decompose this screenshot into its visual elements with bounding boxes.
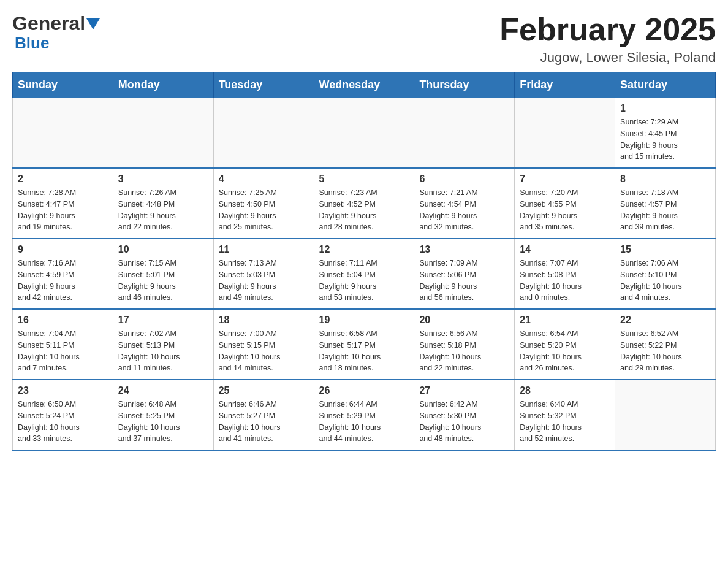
day-number: 7 xyxy=(520,174,610,185)
day-number: 18 xyxy=(219,315,309,326)
page-header: General Blue February 2025 Jugow, Lower … xyxy=(12,12,716,66)
logo-blue-text: Blue xyxy=(15,34,49,53)
col-header-saturday: Saturday xyxy=(615,72,716,98)
day-info: Sunrise: 6:42 AM Sunset: 5:30 PM Dayligh… xyxy=(419,399,509,445)
day-number: 15 xyxy=(620,244,710,255)
day-info: Sunrise: 6:46 AM Sunset: 5:27 PM Dayligh… xyxy=(219,399,309,445)
day-info: Sunrise: 7:26 AM Sunset: 4:48 PM Dayligh… xyxy=(118,187,208,233)
calendar-cell: 13Sunrise: 7:09 AM Sunset: 5:06 PM Dayli… xyxy=(414,239,515,309)
calendar-cell: 27Sunrise: 6:42 AM Sunset: 5:30 PM Dayli… xyxy=(414,380,515,450)
calendar-cell xyxy=(414,98,515,169)
day-info: Sunrise: 7:09 AM Sunset: 5:06 PM Dayligh… xyxy=(419,258,509,304)
calendar-cell: 20Sunrise: 6:56 AM Sunset: 5:18 PM Dayli… xyxy=(414,309,515,380)
day-info: Sunrise: 7:23 AM Sunset: 4:52 PM Dayligh… xyxy=(319,187,409,233)
day-number: 8 xyxy=(620,174,710,185)
calendar-cell: 19Sunrise: 6:58 AM Sunset: 5:17 PM Dayli… xyxy=(314,309,414,380)
calendar-cell: 25Sunrise: 6:46 AM Sunset: 5:27 PM Dayli… xyxy=(213,380,314,450)
day-number: 17 xyxy=(118,315,208,326)
calendar-cell: 1Sunrise: 7:29 AM Sunset: 4:45 PM Daylig… xyxy=(615,98,716,169)
day-number: 13 xyxy=(419,244,509,255)
col-header-wednesday: Wednesday xyxy=(314,72,414,98)
day-info: Sunrise: 7:21 AM Sunset: 4:54 PM Dayligh… xyxy=(419,187,509,233)
calendar-cell xyxy=(13,98,113,169)
day-number: 6 xyxy=(419,174,509,185)
calendar-cell: 6Sunrise: 7:21 AM Sunset: 4:54 PM Daylig… xyxy=(414,168,515,239)
calendar-cell xyxy=(213,98,314,169)
calendar-week-row: 1Sunrise: 7:29 AM Sunset: 4:45 PM Daylig… xyxy=(13,98,716,169)
day-number: 9 xyxy=(18,244,108,255)
calendar-header-row: SundayMondayTuesdayWednesdayThursdayFrid… xyxy=(13,72,716,98)
day-info: Sunrise: 6:48 AM Sunset: 5:25 PM Dayligh… xyxy=(118,399,208,445)
calendar-cell: 4Sunrise: 7:25 AM Sunset: 4:50 PM Daylig… xyxy=(213,168,314,239)
day-info: Sunrise: 7:11 AM Sunset: 5:04 PM Dayligh… xyxy=(319,258,409,304)
calendar-week-row: 16Sunrise: 7:04 AM Sunset: 5:11 PM Dayli… xyxy=(13,309,716,380)
col-header-sunday: Sunday xyxy=(13,72,113,98)
day-info: Sunrise: 7:15 AM Sunset: 5:01 PM Dayligh… xyxy=(118,258,208,304)
day-info: Sunrise: 6:44 AM Sunset: 5:29 PM Dayligh… xyxy=(319,399,409,445)
day-info: Sunrise: 6:40 AM Sunset: 5:32 PM Dayligh… xyxy=(520,399,610,445)
calendar-cell: 28Sunrise: 6:40 AM Sunset: 5:32 PM Dayli… xyxy=(515,380,615,450)
col-header-monday: Monday xyxy=(113,72,213,98)
day-info: Sunrise: 7:18 AM Sunset: 4:57 PM Dayligh… xyxy=(620,187,710,233)
day-info: Sunrise: 6:54 AM Sunset: 5:20 PM Dayligh… xyxy=(520,328,610,374)
day-number: 19 xyxy=(319,315,409,326)
calendar-cell: 24Sunrise: 6:48 AM Sunset: 5:25 PM Dayli… xyxy=(113,380,213,450)
calendar-table: SundayMondayTuesdayWednesdayThursdayFrid… xyxy=(12,72,716,451)
day-info: Sunrise: 7:25 AM Sunset: 4:50 PM Dayligh… xyxy=(219,187,309,233)
day-number: 4 xyxy=(219,174,309,185)
title-block: February 2025 Jugow, Lower Silesia, Pola… xyxy=(499,12,716,66)
calendar-cell: 22Sunrise: 6:52 AM Sunset: 5:22 PM Dayli… xyxy=(615,309,716,380)
day-number: 11 xyxy=(219,244,309,255)
day-info: Sunrise: 6:50 AM Sunset: 5:24 PM Dayligh… xyxy=(18,399,108,445)
col-header-friday: Friday xyxy=(515,72,615,98)
day-number: 5 xyxy=(319,174,409,185)
calendar-cell: 11Sunrise: 7:13 AM Sunset: 5:03 PM Dayli… xyxy=(213,239,314,309)
calendar-cell: 12Sunrise: 7:11 AM Sunset: 5:04 PM Dayli… xyxy=(314,239,414,309)
day-info: Sunrise: 7:28 AM Sunset: 4:47 PM Dayligh… xyxy=(18,187,108,233)
day-number: 2 xyxy=(18,174,108,185)
day-info: Sunrise: 7:00 AM Sunset: 5:15 PM Dayligh… xyxy=(219,328,309,374)
calendar-cell: 14Sunrise: 7:07 AM Sunset: 5:08 PM Dayli… xyxy=(515,239,615,309)
day-info: Sunrise: 6:52 AM Sunset: 5:22 PM Dayligh… xyxy=(620,328,710,374)
calendar-cell: 8Sunrise: 7:18 AM Sunset: 4:57 PM Daylig… xyxy=(615,168,716,239)
calendar-cell xyxy=(113,98,213,169)
calendar-week-row: 9Sunrise: 7:16 AM Sunset: 4:59 PM Daylig… xyxy=(13,239,716,309)
calendar-cell: 10Sunrise: 7:15 AM Sunset: 5:01 PM Dayli… xyxy=(113,239,213,309)
day-info: Sunrise: 7:29 AM Sunset: 4:45 PM Dayligh… xyxy=(620,117,710,163)
day-info: Sunrise: 7:13 AM Sunset: 5:03 PM Dayligh… xyxy=(219,258,309,304)
calendar-cell: 18Sunrise: 7:00 AM Sunset: 5:15 PM Dayli… xyxy=(213,309,314,380)
day-number: 14 xyxy=(520,244,610,255)
day-number: 21 xyxy=(520,315,610,326)
day-number: 27 xyxy=(419,385,509,396)
svg-marker-0 xyxy=(86,18,100,29)
logo-triangle-icon xyxy=(86,18,100,32)
logo: General Blue xyxy=(12,12,100,53)
day-info: Sunrise: 6:56 AM Sunset: 5:18 PM Dayligh… xyxy=(419,328,509,374)
calendar-week-row: 2Sunrise: 7:28 AM Sunset: 4:47 PM Daylig… xyxy=(13,168,716,239)
calendar-cell: 15Sunrise: 7:06 AM Sunset: 5:10 PM Dayli… xyxy=(615,239,716,309)
calendar-cell xyxy=(314,98,414,169)
calendar-cell: 9Sunrise: 7:16 AM Sunset: 4:59 PM Daylig… xyxy=(13,239,113,309)
calendar-cell: 17Sunrise: 7:02 AM Sunset: 5:13 PM Dayli… xyxy=(113,309,213,380)
day-number: 22 xyxy=(620,315,710,326)
calendar-cell: 16Sunrise: 7:04 AM Sunset: 5:11 PM Dayli… xyxy=(13,309,113,380)
col-header-thursday: Thursday xyxy=(414,72,515,98)
location-text: Jugow, Lower Silesia, Poland xyxy=(499,50,716,66)
day-number: 16 xyxy=(18,315,108,326)
calendar-cell xyxy=(615,380,716,450)
day-info: Sunrise: 7:07 AM Sunset: 5:08 PM Dayligh… xyxy=(520,258,610,304)
calendar-cell: 23Sunrise: 6:50 AM Sunset: 5:24 PM Dayli… xyxy=(13,380,113,450)
calendar-cell xyxy=(515,98,615,169)
day-number: 12 xyxy=(319,244,409,255)
calendar-cell: 7Sunrise: 7:20 AM Sunset: 4:55 PM Daylig… xyxy=(515,168,615,239)
day-info: Sunrise: 7:20 AM Sunset: 4:55 PM Dayligh… xyxy=(520,187,610,233)
calendar-cell: 3Sunrise: 7:26 AM Sunset: 4:48 PM Daylig… xyxy=(113,168,213,239)
day-info: Sunrise: 6:58 AM Sunset: 5:17 PM Dayligh… xyxy=(319,328,409,374)
day-number: 20 xyxy=(419,315,509,326)
month-title: February 2025 xyxy=(499,12,716,47)
day-number: 26 xyxy=(319,385,409,396)
day-number: 10 xyxy=(118,244,208,255)
day-number: 24 xyxy=(118,385,208,396)
day-number: 1 xyxy=(620,103,710,114)
day-info: Sunrise: 7:06 AM Sunset: 5:10 PM Dayligh… xyxy=(620,258,710,304)
